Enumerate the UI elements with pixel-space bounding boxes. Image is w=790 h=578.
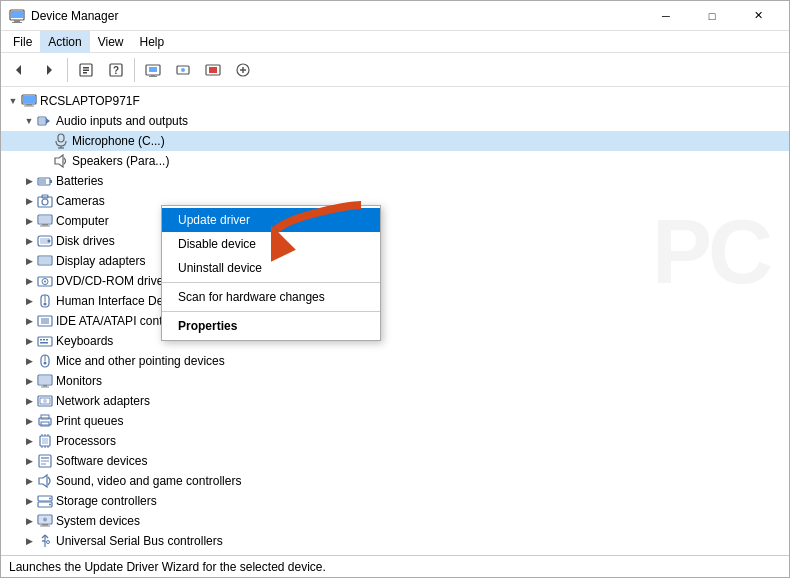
ctx-uninstall-device[interactable]: Uninstall device [162,256,380,280]
storage-expand-icon[interactable]: ▶ [21,491,37,511]
add-hardware-button[interactable] [229,56,257,84]
ide-expand-icon[interactable]: ▶ [21,311,37,331]
svg-rect-1 [14,20,20,22]
tree-item-sound[interactable]: ▶ Sound, video and game controllers [1,471,789,491]
svg-rect-7 [83,67,89,69]
batteries-label: Batteries [56,174,103,188]
dvd-expand-icon[interactable]: ▶ [21,271,37,291]
tree-item-dvd[interactable]: ▶ DVD/CD-ROM drives [1,271,789,291]
mice-expand-icon[interactable]: ▶ [21,351,37,371]
svg-rect-9 [83,72,87,74]
svg-point-68 [44,362,47,365]
dvd-label: DVD/CD-ROM drives [56,274,169,288]
tree-item-usb[interactable]: ▶ Universal Serial Bus controllers [1,531,789,551]
mouse-icon [37,353,53,369]
display-expand-icon[interactable]: ▶ [21,251,37,271]
svg-rect-80 [42,438,48,444]
usb-icon [37,533,53,549]
tree-item-mice[interactable]: ▶ Mice and other pointing devices [1,351,789,371]
window-controls: ─ □ ✕ [643,1,781,31]
back-button[interactable] [5,56,33,84]
root-expand-icon[interactable]: ▼ [5,91,21,111]
svg-rect-13 [149,67,157,72]
tree-item-storage[interactable]: ▶ Storage controllers [1,491,789,511]
tree-item-processors[interactable]: ▶ Processors [1,431,789,451]
hid-expand-icon[interactable]: ▶ [21,291,37,311]
maximize-button[interactable]: □ [689,1,735,31]
tree-item-microphone[interactable]: Microphone (C...) [1,131,789,151]
tree-item-monitors[interactable]: ▶ Monitors [1,371,789,391]
tree-item-software[interactable]: ▶ Software devices [1,451,789,471]
network-expand-icon[interactable]: ▶ [21,391,37,411]
monitors-expand-icon[interactable]: ▶ [21,371,37,391]
svg-point-100 [43,518,47,522]
menu-file[interactable]: File [5,31,40,53]
ctx-properties[interactable]: Properties [162,314,380,338]
tree-item-speakers[interactable]: Speakers (Para...) [1,151,789,171]
tree-item-keyboards[interactable]: ▶ Keyboards [1,331,789,351]
ctx-disable-device[interactable]: Disable device [162,232,380,256]
status-text: Launches the Update Driver Wizard for th… [9,560,326,574]
svg-marker-5 [47,65,52,75]
usb-expand-icon[interactable]: ▶ [21,531,37,551]
usb-label: Universal Serial Bus controllers [56,534,223,548]
menu-help[interactable]: Help [132,31,173,53]
tree-item-audio[interactable]: ▼ Audio inputs and outputs [1,111,789,131]
tree-item-computer[interactable]: ▶ Computer [1,211,789,231]
tree-item-cameras[interactable]: ▶ Cameras [1,191,789,211]
computer-label: Computer [56,214,109,228]
svg-rect-98 [42,524,48,526]
tree-item-hid[interactable]: ▶ Human Interface Devices [1,291,789,311]
tree-item-batteries[interactable]: ▶ Batteries [1,171,789,191]
scan-hardware-button[interactable] [139,56,167,84]
batteries-expand-icon[interactable]: ▶ [21,171,37,191]
print-expand-icon[interactable]: ▶ [21,411,37,431]
cameras-expand-icon[interactable]: ▶ [21,191,37,211]
printer-icon [37,413,53,429]
software-label: Software devices [56,454,147,468]
system-expand-icon[interactable]: ▶ [21,511,37,531]
tree-item-network[interactable]: ▶ Network adapters [1,391,789,411]
help-button[interactable]: ? [102,56,130,84]
tree-item-system[interactable]: ▶ System devices [1,511,789,531]
ctx-scan-hardware[interactable]: Scan for hardware changes [162,285,380,309]
audio-expand-icon[interactable]: ▼ [21,111,37,131]
window-title: Device Manager [31,9,643,23]
properties-button[interactable] [72,56,100,84]
minimize-button[interactable]: ─ [643,1,689,31]
menu-action[interactable]: Action [40,31,89,53]
tree-item-display[interactable]: ▶ Display adapters [1,251,789,271]
keyboard-expand-icon[interactable]: ▶ [21,331,37,351]
processor-expand-icon[interactable]: ▶ [21,431,37,451]
toolbar-sep-1 [67,58,68,82]
tree-item-disk[interactable]: ▶ Disk drives [1,231,789,251]
svg-point-48 [48,240,51,243]
menu-bar: File Action View Help [1,31,789,53]
tree-item-print[interactable]: ▶ Print queues [1,411,789,431]
camera-icon [37,193,53,209]
disk-icon [37,233,53,249]
ctx-update-driver[interactable]: Update driver [162,208,380,232]
sound-expand-icon[interactable]: ▶ [21,471,37,491]
software-expand-icon[interactable]: ▶ [21,451,37,471]
device-manager-window: Device Manager ─ □ ✕ File Action View He… [0,0,790,578]
svg-rect-27 [26,104,32,106]
svg-rect-88 [41,457,49,459]
forward-button[interactable] [35,56,63,84]
svg-point-94 [49,498,51,500]
microphone-label: Microphone (C...) [72,134,165,148]
network-button[interactable] [169,56,197,84]
menu-view[interactable]: View [90,31,132,53]
svg-rect-72 [41,387,49,388]
remove-device-button[interactable] [199,56,227,84]
disk-expand-icon[interactable]: ▶ [21,231,37,251]
computer-icon [21,93,37,109]
device-tree[interactable]: ▼ RCSLAPTOP971F ▼ [1,87,789,555]
computer-expand-icon[interactable]: ▶ [21,211,37,231]
close-button[interactable]: ✕ [735,1,781,31]
tree-root[interactable]: ▼ RCSLAPTOP971F [1,91,789,111]
display-label: Display adapters [56,254,145,268]
title-bar: Device Manager ─ □ ✕ [1,1,789,31]
tree-item-ide[interactable]: ▶ IDE ATA/ATAPI controllers [1,311,789,331]
monitor-icon [37,373,53,389]
